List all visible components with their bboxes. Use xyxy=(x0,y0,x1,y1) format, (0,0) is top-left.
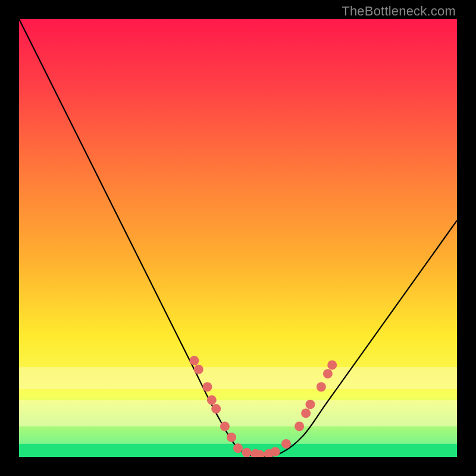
highlight-dot xyxy=(194,365,203,374)
bottleneck-curve xyxy=(19,19,457,457)
curve-layer xyxy=(19,19,457,457)
highlight-dot xyxy=(323,369,333,378)
highlight-dot xyxy=(271,447,280,456)
highlight-dot xyxy=(211,404,221,414)
highlight-dot xyxy=(305,400,315,409)
plot-area xyxy=(19,19,457,457)
highlight-dot xyxy=(327,360,337,369)
highlight-dot xyxy=(207,395,217,405)
highlight-dot xyxy=(202,382,212,392)
highlight-dot xyxy=(281,439,291,449)
highlight-dot xyxy=(233,443,243,453)
highlight-dot xyxy=(317,382,326,392)
highlight-dot xyxy=(301,408,311,418)
highlight-dot xyxy=(295,421,304,431)
highlight-dot xyxy=(242,448,252,457)
watermark-text: TheBottleneck.com xyxy=(342,4,456,19)
outer-frame: TheBottleneck.com xyxy=(0,0,476,476)
highlight-dot xyxy=(227,433,236,442)
highlight-dot xyxy=(220,421,230,431)
highlight-dots xyxy=(189,356,337,457)
highlight-dot xyxy=(189,356,199,365)
